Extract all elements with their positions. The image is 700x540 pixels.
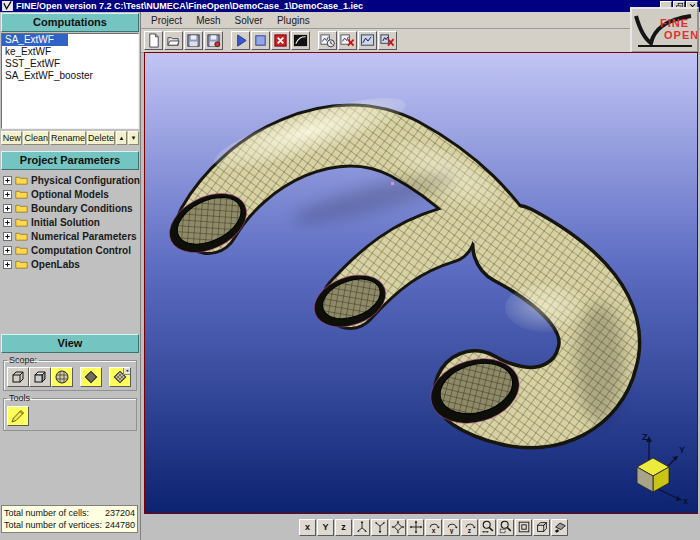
status-row: Total number of vertices:244780 [4, 519, 135, 531]
mesh-quad-button[interactable]: ◂ [109, 367, 131, 387]
axis-y-button[interactable]: Y [317, 519, 334, 536]
scope-label: Scope: [7, 355, 39, 365]
expand-icon[interactable] [3, 204, 12, 213]
clean-computation-button[interactable]: Clean [23, 131, 49, 145]
paint-button[interactable] [551, 519, 568, 536]
computations-header[interactable]: Computations [1, 13, 139, 32]
tree-item[interactable]: OpenLabs [3, 257, 138, 271]
paint-icon [553, 520, 567, 534]
view-axis-b-button[interactable] [371, 519, 388, 536]
tree-item[interactable]: Optional Models [3, 187, 138, 201]
sidebar-filler [0, 431, 140, 504]
manifold-mesh [145, 53, 697, 513]
tree-item[interactable]: Computation Control [3, 243, 138, 257]
tree-item-label: Boundary Conditions [31, 203, 133, 214]
stop-solver-button[interactable] [271, 31, 290, 50]
menu-project[interactable]: Project [145, 14, 188, 27]
task-manager-button[interactable] [318, 31, 337, 50]
expand-icon[interactable] [3, 218, 12, 227]
new-computation-button[interactable]: New [1, 131, 22, 145]
outline-box-icon [517, 520, 531, 534]
expand-plus-icon [3, 232, 12, 241]
monitor-button[interactable] [291, 31, 310, 50]
expand-icon[interactable] [3, 176, 12, 185]
project-parameters-header[interactable]: Project Parameters [1, 151, 139, 170]
status-label: Total number of cells: [4, 507, 105, 519]
delete-computation-button[interactable]: Delete [87, 131, 115, 145]
tree-item[interactable]: Initial Solution [3, 215, 138, 229]
expand-plus-icon [3, 190, 12, 199]
computation-item[interactable]: ke_ExtWF [2, 46, 68, 58]
menu-bar: ProjectMeshSolverPlugins [141, 12, 700, 29]
zoom-area-button[interactable] [497, 519, 514, 536]
numeca-fine-open-logo: FINE OPEN [630, 7, 699, 53]
suspend-solver-icon [253, 33, 268, 48]
cube-wire-button[interactable] [533, 519, 550, 536]
tree-item[interactable]: Numerical Parameters [3, 229, 138, 243]
measure-pencil-button[interactable] [7, 406, 29, 426]
rotate-y-button[interactable]: y [443, 519, 460, 536]
kill-residuals-icon [380, 33, 395, 48]
tree-item-label: Optional Models [31, 189, 109, 200]
task-manager-icon [320, 33, 335, 48]
kill-task-button[interactable] [338, 31, 357, 50]
folder-icon [15, 174, 28, 187]
save-mesh-icon [206, 33, 221, 48]
folder-icon [15, 230, 28, 243]
save-project-button[interactable] [184, 31, 203, 50]
computations-list[interactable]: SA_ExtWFke_ExtWFSST_ExtWFSA_ExtWF_booste… [1, 33, 139, 129]
solid-quad-button[interactable] [80, 367, 102, 387]
new-project-icon [146, 33, 161, 48]
tree-item[interactable]: Boundary Conditions [3, 201, 138, 215]
new-project-button[interactable] [144, 31, 163, 50]
fit-button[interactable] [389, 519, 406, 536]
dropdown-arrow-icon[interactable]: ◂ [123, 368, 130, 375]
start-solver-button[interactable] [231, 31, 250, 50]
toolbar-group [144, 31, 223, 50]
rotate-x-button[interactable]: x [425, 519, 442, 536]
residuals-button[interactable] [358, 31, 377, 50]
rotate-z-button[interactable]: z [461, 519, 478, 536]
move-up-button[interactable]: ▲ [116, 131, 127, 145]
stop-solver-icon [273, 33, 288, 48]
graphics-viewport[interactable]: Z Y x [144, 52, 698, 514]
mesh-statistics: Total number of cells:237204Total number… [1, 505, 138, 533]
view-header[interactable]: View [1, 334, 139, 353]
expand-icon[interactable] [3, 232, 12, 241]
solid-cube-button[interactable] [29, 367, 51, 387]
computation-item[interactable]: SA_ExtWF_booster [2, 70, 96, 82]
logo-line1: FINE [660, 17, 689, 29]
axis-x-button[interactable]: x [299, 519, 316, 536]
wire-cube-button[interactable] [7, 367, 29, 387]
menu-solver[interactable]: Solver [229, 14, 269, 27]
pan-button[interactable] [407, 519, 424, 536]
computation-item[interactable]: SA_ExtWF [2, 34, 68, 46]
save-mesh-button[interactable] [204, 31, 223, 50]
open-project-button[interactable] [164, 31, 183, 50]
view-axis-b-icon [373, 520, 387, 534]
menu-mesh[interactable]: Mesh [190, 14, 226, 27]
mesh-sphere-button[interactable] [51, 367, 73, 387]
expand-icon[interactable] [3, 246, 12, 255]
kill-residuals-button[interactable] [378, 31, 397, 50]
rename-computation-button[interactable]: Rename [50, 131, 86, 145]
view-axis-a-icon [355, 520, 369, 534]
expand-icon[interactable] [3, 190, 12, 199]
suspend-solver-button[interactable] [251, 31, 270, 50]
tree-item[interactable]: Physical Configuration [3, 173, 138, 187]
computation-item[interactable]: SST_ExtWF [2, 58, 68, 70]
outline-box-button[interactable] [515, 519, 532, 536]
menu-plugins[interactable]: Plugins [271, 14, 316, 27]
tree-item-label: Physical Configuration [31, 175, 140, 186]
axis-z-button[interactable]: z [335, 519, 352, 536]
move-down-button[interactable]: ▼ [128, 131, 139, 145]
zoom-dynamic-button[interactable] [479, 519, 496, 536]
sidebar: Computations SA_ExtWFke_ExtWFSST_ExtWFSA… [0, 12, 141, 540]
rotate-x-icon: x [427, 520, 441, 534]
folder-icon [15, 174, 28, 187]
logo-line2: OPEN [664, 29, 697, 41]
title-bar[interactable]: FINE/Open version 7.2 C:\Test\NUMECA\Fin… [0, 0, 700, 12]
cube-wire-icon [535, 520, 549, 534]
expand-icon[interactable] [3, 260, 12, 269]
view-axis-a-button[interactable] [353, 519, 370, 536]
